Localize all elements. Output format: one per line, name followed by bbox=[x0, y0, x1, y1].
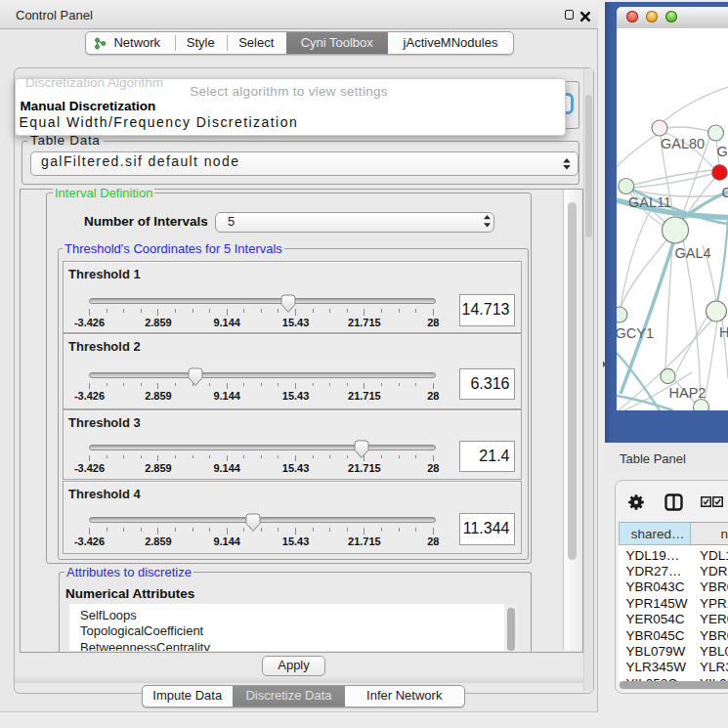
svg-text:GCY1: GCY1 bbox=[617, 325, 654, 341]
svg-text:GA: GA bbox=[717, 144, 728, 159]
svg-text:HAP2: HAP2 bbox=[669, 385, 707, 401]
svg-text:GAL80: GAL80 bbox=[661, 136, 705, 151]
svg-text:H: H bbox=[719, 324, 728, 340]
svg-text:C: C bbox=[722, 185, 728, 200]
svg-text:GAL11: GAL11 bbox=[628, 194, 671, 210]
svg-text:GAL4: GAL4 bbox=[675, 245, 711, 261]
